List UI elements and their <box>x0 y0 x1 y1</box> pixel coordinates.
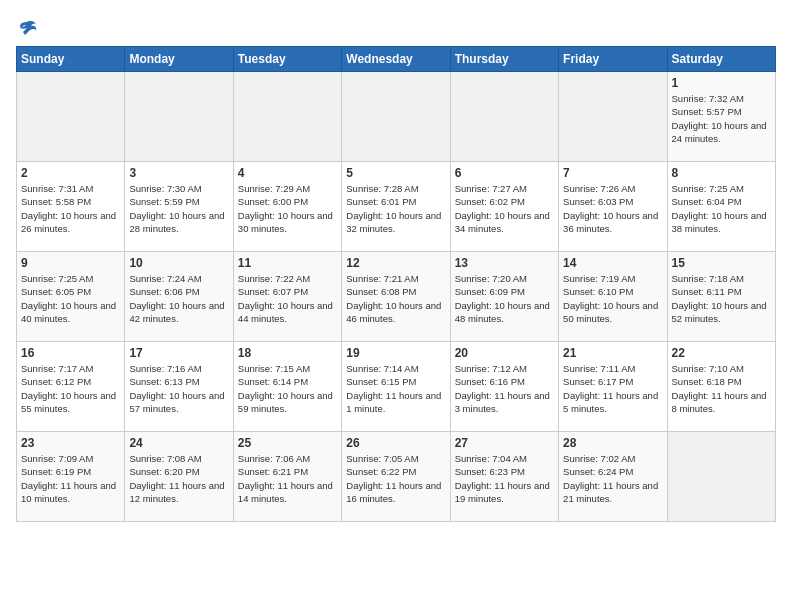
day-number: 20 <box>455 346 554 360</box>
calendar-cell <box>342 72 450 162</box>
day-number: 6 <box>455 166 554 180</box>
calendar-cell: 24Sunrise: 7:08 AMSunset: 6:20 PMDayligh… <box>125 432 233 522</box>
calendar-header <box>16 16 776 36</box>
day-header-sunday: Sunday <box>17 47 125 72</box>
day-number: 4 <box>238 166 337 180</box>
day-number: 28 <box>563 436 662 450</box>
day-info: Sunrise: 7:06 AMSunset: 6:21 PMDaylight:… <box>238 452 337 505</box>
logo-bird-icon <box>17 20 37 38</box>
day-info: Sunrise: 7:02 AMSunset: 6:24 PMDaylight:… <box>563 452 662 505</box>
calendar-cell: 11Sunrise: 7:22 AMSunset: 6:07 PMDayligh… <box>233 252 341 342</box>
calendar-cell: 7Sunrise: 7:26 AMSunset: 6:03 PMDaylight… <box>559 162 667 252</box>
day-number: 24 <box>129 436 228 450</box>
calendar-table: SundayMondayTuesdayWednesdayThursdayFrid… <box>16 46 776 522</box>
calendar-cell <box>450 72 558 162</box>
logo <box>16 16 37 36</box>
day-number: 22 <box>672 346 771 360</box>
day-info: Sunrise: 7:18 AMSunset: 6:11 PMDaylight:… <box>672 272 771 325</box>
day-info: Sunrise: 7:19 AMSunset: 6:10 PMDaylight:… <box>563 272 662 325</box>
day-number: 18 <box>238 346 337 360</box>
calendar-cell: 1Sunrise: 7:32 AMSunset: 5:57 PMDaylight… <box>667 72 775 162</box>
day-info: Sunrise: 7:31 AMSunset: 5:58 PMDaylight:… <box>21 182 120 235</box>
day-info: Sunrise: 7:09 AMSunset: 6:19 PMDaylight:… <box>21 452 120 505</box>
day-number: 27 <box>455 436 554 450</box>
day-info: Sunrise: 7:32 AMSunset: 5:57 PMDaylight:… <box>672 92 771 145</box>
day-header-tuesday: Tuesday <box>233 47 341 72</box>
day-info: Sunrise: 7:16 AMSunset: 6:13 PMDaylight:… <box>129 362 228 415</box>
day-number: 25 <box>238 436 337 450</box>
day-info: Sunrise: 7:30 AMSunset: 5:59 PMDaylight:… <box>129 182 228 235</box>
calendar-cell: 28Sunrise: 7:02 AMSunset: 6:24 PMDayligh… <box>559 432 667 522</box>
day-number: 10 <box>129 256 228 270</box>
calendar-cell: 5Sunrise: 7:28 AMSunset: 6:01 PMDaylight… <box>342 162 450 252</box>
day-header-wednesday: Wednesday <box>342 47 450 72</box>
day-number: 12 <box>346 256 445 270</box>
day-number: 26 <box>346 436 445 450</box>
day-info: Sunrise: 7:22 AMSunset: 6:07 PMDaylight:… <box>238 272 337 325</box>
day-number: 1 <box>672 76 771 90</box>
day-info: Sunrise: 7:29 AMSunset: 6:00 PMDaylight:… <box>238 182 337 235</box>
day-info: Sunrise: 7:25 AMSunset: 6:05 PMDaylight:… <box>21 272 120 325</box>
calendar-cell: 21Sunrise: 7:11 AMSunset: 6:17 PMDayligh… <box>559 342 667 432</box>
calendar-cell: 4Sunrise: 7:29 AMSunset: 6:00 PMDaylight… <box>233 162 341 252</box>
calendar-cell: 26Sunrise: 7:05 AMSunset: 6:22 PMDayligh… <box>342 432 450 522</box>
day-number: 15 <box>672 256 771 270</box>
day-header-monday: Monday <box>125 47 233 72</box>
day-info: Sunrise: 7:04 AMSunset: 6:23 PMDaylight:… <box>455 452 554 505</box>
day-number: 17 <box>129 346 228 360</box>
calendar-cell: 22Sunrise: 7:10 AMSunset: 6:18 PMDayligh… <box>667 342 775 432</box>
calendar-cell: 3Sunrise: 7:30 AMSunset: 5:59 PMDaylight… <box>125 162 233 252</box>
day-number: 11 <box>238 256 337 270</box>
calendar-cell: 20Sunrise: 7:12 AMSunset: 6:16 PMDayligh… <box>450 342 558 432</box>
calendar-week-row: 2Sunrise: 7:31 AMSunset: 5:58 PMDaylight… <box>17 162 776 252</box>
day-number: 8 <box>672 166 771 180</box>
calendar-cell <box>667 432 775 522</box>
day-info: Sunrise: 7:28 AMSunset: 6:01 PMDaylight:… <box>346 182 445 235</box>
calendar-cell: 23Sunrise: 7:09 AMSunset: 6:19 PMDayligh… <box>17 432 125 522</box>
calendar-cell: 17Sunrise: 7:16 AMSunset: 6:13 PMDayligh… <box>125 342 233 432</box>
day-info: Sunrise: 7:12 AMSunset: 6:16 PMDaylight:… <box>455 362 554 415</box>
day-header-thursday: Thursday <box>450 47 558 72</box>
day-number: 7 <box>563 166 662 180</box>
calendar-cell <box>559 72 667 162</box>
day-header-friday: Friday <box>559 47 667 72</box>
day-info: Sunrise: 7:17 AMSunset: 6:12 PMDaylight:… <box>21 362 120 415</box>
day-info: Sunrise: 7:21 AMSunset: 6:08 PMDaylight:… <box>346 272 445 325</box>
calendar-cell: 10Sunrise: 7:24 AMSunset: 6:06 PMDayligh… <box>125 252 233 342</box>
calendar-cell <box>233 72 341 162</box>
calendar-cell: 14Sunrise: 7:19 AMSunset: 6:10 PMDayligh… <box>559 252 667 342</box>
calendar-cell: 2Sunrise: 7:31 AMSunset: 5:58 PMDaylight… <box>17 162 125 252</box>
day-info: Sunrise: 7:14 AMSunset: 6:15 PMDaylight:… <box>346 362 445 415</box>
calendar-cell: 12Sunrise: 7:21 AMSunset: 6:08 PMDayligh… <box>342 252 450 342</box>
calendar-week-row: 23Sunrise: 7:09 AMSunset: 6:19 PMDayligh… <box>17 432 776 522</box>
day-info: Sunrise: 7:11 AMSunset: 6:17 PMDaylight:… <box>563 362 662 415</box>
calendar-cell: 19Sunrise: 7:14 AMSunset: 6:15 PMDayligh… <box>342 342 450 432</box>
calendar-cell: 25Sunrise: 7:06 AMSunset: 6:21 PMDayligh… <box>233 432 341 522</box>
calendar-cell <box>125 72 233 162</box>
day-number: 5 <box>346 166 445 180</box>
day-number: 19 <box>346 346 445 360</box>
day-number: 16 <box>21 346 120 360</box>
calendar-cell: 27Sunrise: 7:04 AMSunset: 6:23 PMDayligh… <box>450 432 558 522</box>
calendar-cell: 18Sunrise: 7:15 AMSunset: 6:14 PMDayligh… <box>233 342 341 432</box>
day-info: Sunrise: 7:20 AMSunset: 6:09 PMDaylight:… <box>455 272 554 325</box>
day-info: Sunrise: 7:15 AMSunset: 6:14 PMDaylight:… <box>238 362 337 415</box>
calendar-cell: 15Sunrise: 7:18 AMSunset: 6:11 PMDayligh… <box>667 252 775 342</box>
calendar-cell: 16Sunrise: 7:17 AMSunset: 6:12 PMDayligh… <box>17 342 125 432</box>
calendar-cell: 6Sunrise: 7:27 AMSunset: 6:02 PMDaylight… <box>450 162 558 252</box>
day-number: 21 <box>563 346 662 360</box>
day-header-saturday: Saturday <box>667 47 775 72</box>
calendar-week-row: 1Sunrise: 7:32 AMSunset: 5:57 PMDaylight… <box>17 72 776 162</box>
day-number: 13 <box>455 256 554 270</box>
day-info: Sunrise: 7:26 AMSunset: 6:03 PMDaylight:… <box>563 182 662 235</box>
day-number: 9 <box>21 256 120 270</box>
calendar-cell: 13Sunrise: 7:20 AMSunset: 6:09 PMDayligh… <box>450 252 558 342</box>
calendar-cell <box>17 72 125 162</box>
day-info: Sunrise: 7:08 AMSunset: 6:20 PMDaylight:… <box>129 452 228 505</box>
day-number: 23 <box>21 436 120 450</box>
calendar-week-row: 16Sunrise: 7:17 AMSunset: 6:12 PMDayligh… <box>17 342 776 432</box>
calendar-cell: 9Sunrise: 7:25 AMSunset: 6:05 PMDaylight… <box>17 252 125 342</box>
day-info: Sunrise: 7:05 AMSunset: 6:22 PMDaylight:… <box>346 452 445 505</box>
day-number: 14 <box>563 256 662 270</box>
day-info: Sunrise: 7:24 AMSunset: 6:06 PMDaylight:… <box>129 272 228 325</box>
